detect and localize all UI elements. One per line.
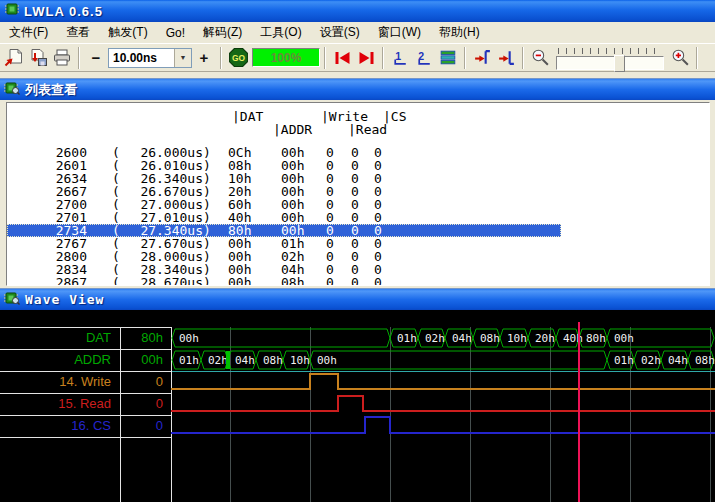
go-button[interactable]: GO [226,46,250,70]
slider-thumb[interactable] [614,55,625,72]
menu-item[interactable]: 帮助(H) [430,22,489,43]
bus-value-label: 02h [425,332,445,345]
skip-to-start-button[interactable] [330,46,354,70]
svg-text:1: 1 [395,50,401,62]
wave-panel-title: Wave View [25,292,104,307]
go-icon: GO [228,47,249,68]
column-header-addr: |ADDR [273,122,312,135]
timebase-select[interactable]: 10.00ns ▼ [108,48,192,68]
wave-chip-icon [4,290,20,310]
list-row[interactable]: 2867(28.670us)00h08h000 [7,276,709,286]
zoom-out-button[interactable] [528,46,552,70]
list-panel-title-bar[interactable]: 列表查看 [0,78,715,100]
save-file-button[interactable] [26,46,50,70]
menu-item[interactable]: 解码(Z) [194,22,251,43]
toolbar-separator [220,47,222,69]
toolbar-separator [464,47,466,69]
channel-cursor-value: 00h [141,349,163,371]
jump-next-edge-button[interactable] [494,46,518,70]
print-button[interactable] [50,46,74,70]
bus-segment [172,329,390,347]
wave-channel-row[interactable]: 15. Read0 [0,393,171,415]
channel-name: 14. Write [59,371,111,393]
bus-value-label: 08h [263,354,283,367]
marker2-button[interactable]: 2 [412,46,436,70]
list-cell-addr: 08h [281,276,304,286]
zoom-slider[interactable] [556,46,664,70]
column-header-dat: |DAT [232,109,263,122]
layers-icon [439,49,458,66]
list-view-button[interactable] [436,46,460,70]
bus-value-label: 08h [480,332,500,345]
go-label: GO [231,53,245,63]
bus-value-label: 00h [614,332,634,345]
bus-value-label: 10h [507,332,527,345]
list-view[interactable]: |DAT |Write |CS |ADDR |Read 2600(26.000u… [6,102,710,286]
channel-cursor-value: 0 [156,393,163,415]
list-cell-close: ) [203,276,211,286]
timebase-value: 10.00ns [109,51,174,65]
bus-segment [310,351,607,369]
menu-item[interactable]: 设置(S) [311,22,369,43]
skip-to-end-button[interactable] [354,46,378,70]
list-cell-sample: 2867 [29,276,87,286]
menu-item[interactable]: 工具(O) [251,22,310,43]
list-cell-read: 0 [351,276,359,286]
bus-value-label: 01h [614,354,634,367]
wave-channel-row[interactable]: 14. Write0 [0,371,171,393]
capture-progress-bar: 100% [252,48,320,67]
digital-trace-cs [171,417,715,433]
edge-jump-right-icon [497,49,516,66]
menu-item[interactable]: 文件(F) [0,22,57,43]
list-cell-time: 28.670us [113,276,203,286]
slider-track[interactable] [556,56,664,70]
open-file-button[interactable] [2,46,26,70]
marker1-icon: 1 [391,49,410,66]
title-bar[interactable]: LWLA 0.6.5 [0,0,715,22]
slider-ticks [558,48,662,54]
wave-channel-row[interactable]: DAT80h [0,327,171,349]
chevron-down-icon[interactable]: ▼ [174,49,191,67]
marker1-button[interactable]: 1 [388,46,412,70]
zoom-in-button[interactable] [668,46,692,70]
menu-item[interactable]: Go! [157,24,194,42]
marker2-icon: 2 [415,49,434,66]
column-header-write: |Write [321,109,368,122]
wave-channel-row[interactable]: 16. CS0 [0,415,171,437]
timebase-decrease-button[interactable]: − [84,46,108,70]
channel-name: DAT [86,327,111,349]
bus-value-label: 01h [397,332,417,345]
bus-glitch-marker [226,351,230,369]
channel-cursor-value: 0 [156,371,163,393]
bus-value-label: 04h [235,354,255,367]
digital-trace-read [171,396,715,411]
bus-value-label: 10h [290,354,310,367]
open-file-icon [4,48,24,67]
channel-name: ADDR [74,349,111,371]
wave-channel-row[interactable]: ADDR00h [0,349,171,371]
toolbar: − 10.00ns ▼ + GO 100% 1 [0,43,715,72]
toolbar-separator [522,47,524,69]
jump-prev-edge-button[interactable] [470,46,494,70]
toolbar-separator [78,47,80,69]
window-title: LWLA 0.6.5 [24,4,103,19]
menu-item[interactable]: 查看 [57,22,99,43]
menu-bar: 文件(F)查看触发(T)Go!解码(Z)工具(O)设置(S)窗口(W)帮助(H) [0,22,715,44]
bus-value-label: 01h [179,354,199,367]
zoom-out-icon [530,48,551,67]
application-window: LWLA 0.6.5 文件(F)查看触发(T)Go!解码(Z)工具(O)设置(S… [0,0,715,502]
timebase-increase-button[interactable]: + [192,46,216,70]
channel-name: 15. Read [58,393,111,415]
menu-item[interactable]: 窗口(W) [369,22,430,43]
toolbar-separator [696,47,698,69]
bus-value-label: 08h [695,354,715,367]
column-header-cs: |CS [383,109,406,122]
channel-cursor-value: 80h [141,327,163,349]
list-cell-dat: 00h [228,276,251,286]
menu-item[interactable]: 触发(T) [99,22,156,43]
bus-value-label: 04h [452,332,472,345]
bus-value-label: 80h [586,332,606,345]
list-rows: 2600(26.000us)0Ch00h0002601(26.010us)08h… [7,146,709,286]
wave-channel-labels: DAT80hADDR00h14. Write015. Read016. CS0 [0,310,171,502]
wave-panel-title-bar[interactable]: Wave View [0,288,715,310]
